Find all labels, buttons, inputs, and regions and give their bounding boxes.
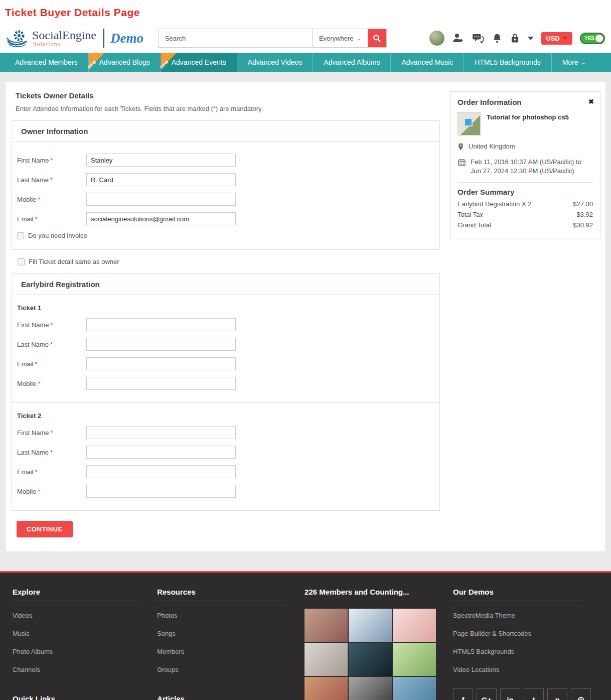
ticket-title: Ticket 1 (17, 304, 439, 312)
footer-link-videos[interactable]: Videos (13, 612, 157, 619)
invoice-checkbox[interactable] (17, 232, 24, 239)
nav-tab-more[interactable]: More ⌄ (551, 53, 596, 72)
nav-tab-html5-backgrounds[interactable]: HTML5 Backgrounds (464, 53, 551, 72)
ticket-title: Ticket 2 (17, 412, 439, 419)
nav-tab-advanced-videos[interactable]: Advanced Videos (237, 53, 313, 72)
footer-link-page-builder[interactable]: Page Builder & Shortcodes (453, 630, 598, 637)
event-date-row: Feb 11, 2016 10:37 AM (US/Pacific) to Ju… (457, 158, 593, 175)
invoice-checkbox-row[interactable]: Do you need invoice (17, 232, 439, 239)
twitter-icon[interactable]: t (524, 688, 544, 700)
currency-label: USD (546, 35, 560, 42)
footer-col-demos: Our Demos SpectroMedia Theme Page Builde… (453, 588, 598, 700)
main-nav: Advanced Members NEW Advanced Blogs NEW … (0, 53, 611, 72)
content-area: Tickets Owner Details Enter Attendee Inf… (0, 72, 611, 571)
notifications-bell-icon[interactable] (492, 33, 502, 44)
chevron-down-icon: ⌄ (581, 53, 586, 72)
event-location: United Kingdom (469, 142, 515, 151)
ticket1-mobile-input[interactable] (86, 377, 236, 390)
member-photo[interactable] (349, 643, 392, 676)
member-photo[interactable] (349, 677, 392, 700)
footer-heading-quick-links: Quick Links (13, 694, 140, 700)
search-scope-value: Everywhere (319, 35, 354, 42)
footer-link-members[interactable]: Members (157, 648, 304, 655)
avatar[interactable] (429, 31, 444, 46)
logo-demo: Demo (110, 31, 143, 46)
member-photo[interactable] (393, 609, 436, 642)
footer-link-groups[interactable]: Groups (157, 666, 304, 673)
header-actions: USD YES (429, 31, 605, 46)
nav-tab-advanced-albums[interactable]: Advanced Albums (313, 53, 390, 72)
field-label: Last Name* (12, 341, 86, 348)
earlybird-registration-title: Earlybird Registration (12, 274, 439, 295)
instagram-icon[interactable]: ◎ (571, 688, 591, 700)
facebook-icon[interactable]: f (453, 688, 473, 700)
field-label: Email* (12, 468, 86, 476)
event-dates: Feb 11, 2016 10:37 AM (US/Pacific) to Ju… (471, 158, 581, 175)
add-friend-icon[interactable] (452, 32, 464, 44)
footer-link-photo-albums[interactable]: Photo Albums (13, 648, 157, 655)
owner-mobile-input[interactable] (86, 193, 236, 206)
linkedin-icon[interactable]: in (500, 688, 520, 700)
owner-last-name-input[interactable] (86, 173, 236, 186)
field-label: First Name* (12, 321, 86, 329)
footer: Explore Videos Music Photo Albums Channe… (0, 571, 611, 700)
close-icon[interactable]: ✖ (588, 98, 594, 105)
logo-divider (103, 29, 104, 48)
member-photo[interactable] (304, 643, 348, 676)
footer-link-songs[interactable]: Songs (157, 630, 304, 637)
order-summary-title: Order Summary (457, 188, 593, 196)
owner-email-input[interactable] (86, 212, 236, 225)
search-button[interactable] (368, 29, 386, 47)
order-summary-row: Total Tax$3.92 (457, 211, 593, 218)
lock-icon[interactable] (510, 33, 520, 44)
nav-tab-advanced-members[interactable]: Advanced Members (0, 53, 88, 72)
google-plus-icon[interactable]: G+ (477, 688, 497, 700)
ticket1-last-name-input[interactable] (86, 338, 236, 351)
member-photo[interactable] (349, 609, 392, 642)
footer-link-video-locations[interactable]: Video Locations (453, 666, 598, 673)
same-as-owner-checkbox[interactable] (18, 258, 25, 265)
ticket1-first-name-input[interactable] (86, 318, 236, 331)
footer-link-channels[interactable]: Channels (13, 666, 157, 673)
ticket1-email-input[interactable] (86, 357, 236, 370)
ticket2-email-input[interactable] (86, 465, 236, 478)
logo-brand: SocialEngine (32, 29, 96, 41)
header-dropdown-caret-icon[interactable] (528, 37, 534, 40)
nav-tab-advanced-blogs[interactable]: NEW Advanced Blogs (88, 53, 161, 72)
member-photo[interactable] (393, 677, 436, 700)
continue-button[interactable]: CONTINUE (17, 521, 73, 537)
header: SocialEngine Solutions Demo Everywhere ⌄ (0, 24, 611, 53)
footer-link-html5-bg[interactable]: HTML5 Backgrounds (453, 648, 598, 655)
ticket2-last-name-input[interactable] (86, 446, 236, 459)
member-photo[interactable] (304, 609, 348, 642)
topbar: Ticket Buyer Details Page (0, 0, 611, 24)
field-label: Mobile* (12, 488, 86, 495)
yes-toggle[interactable]: YES (580, 33, 605, 44)
event-summary: Tutorial for photoshop cs5 (457, 112, 593, 135)
nav-tab-advanced-events[interactable]: NEW Advanced Events (161, 53, 237, 72)
location-pin-icon (457, 143, 464, 151)
currency-button[interactable]: USD (541, 32, 572, 45)
event-thumbnail[interactable] (457, 112, 481, 135)
ticket2-mobile-input[interactable] (86, 485, 236, 498)
ticket-2-section: Ticket 2 First Name* Last Name* Email* (12, 402, 439, 510)
owner-first-name-input[interactable] (86, 154, 236, 167)
footer-link-photos[interactable]: Photos (157, 612, 304, 619)
site-logo[interactable]: SocialEngine Solutions Demo (6, 28, 143, 48)
search-scope-dropdown[interactable]: Everywhere ⌄ (312, 29, 368, 47)
same-as-owner-row[interactable]: Fill Ticket detail same as owner (18, 258, 440, 265)
footer-link-spectromedia[interactable]: SpectroMedia Theme (453, 612, 598, 619)
messages-icon[interactable] (472, 32, 485, 44)
member-photo[interactable] (304, 677, 348, 700)
owner-information-title: Owner Information (12, 121, 439, 142)
member-photo-grid (304, 609, 453, 700)
footer-col-members: 226 Members and Counting... (304, 588, 453, 700)
footer-link-music[interactable]: Music (13, 630, 157, 637)
nav-tab-advanced-music[interactable]: Advanced Music (390, 53, 464, 72)
pinterest-icon[interactable]: p (547, 688, 567, 700)
page-title: Ticket Buyer Details Page (5, 7, 606, 19)
ticket2-first-name-input[interactable] (86, 426, 236, 439)
search-input[interactable] (159, 29, 312, 47)
form-column: Tickets Owner Details Enter Attendee Inf… (11, 89, 440, 537)
member-photo[interactable] (393, 643, 436, 676)
